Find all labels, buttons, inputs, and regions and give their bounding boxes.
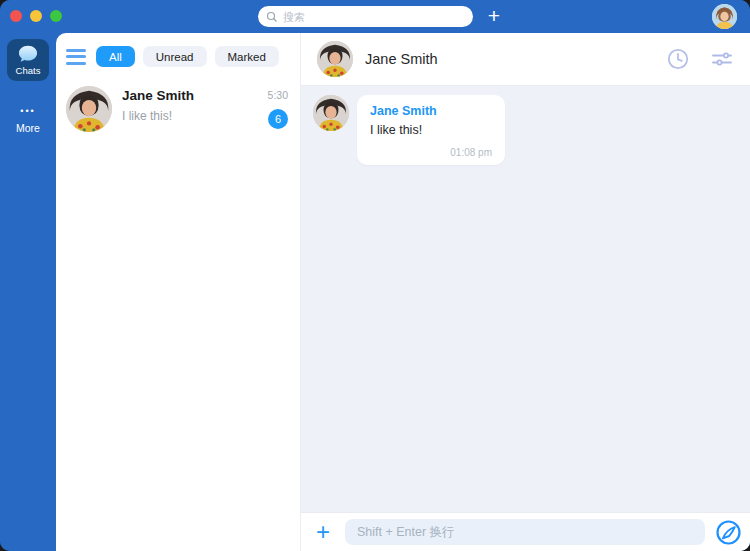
chat-bubble-icon	[17, 45, 39, 64]
message-sender: Jane Smith	[370, 104, 492, 118]
chat-settings-button[interactable]	[710, 47, 734, 71]
sidebar-item-label: More	[16, 122, 40, 134]
global-search[interactable]	[258, 6, 473, 27]
current-user-avatar[interactable]	[712, 4, 737, 29]
chat-list-toolbar: All Unread Marked	[56, 33, 300, 77]
history-button[interactable]	[666, 47, 690, 71]
new-chat-button[interactable]: +	[482, 2, 506, 30]
user-avatar-image	[712, 4, 737, 29]
sidebar-item-chats[interactable]: Chats	[7, 39, 49, 81]
search-icon	[266, 11, 278, 23]
last-message-time: 5:30	[268, 89, 288, 101]
title-bar: +	[0, 0, 750, 33]
search-input[interactable]	[283, 11, 465, 23]
unread-count-badge: 6	[268, 109, 288, 129]
contact-avatar	[66, 86, 112, 132]
message-composer: +	[301, 512, 750, 551]
sliders-icon	[710, 47, 734, 71]
nav-rail: Chats ••• More	[0, 33, 56, 551]
sidebar-item-label: Chats	[16, 65, 41, 76]
tab-unread[interactable]: Unread	[143, 46, 207, 67]
message-timestamp: 01:08 pm	[370, 147, 492, 158]
message-preview: I like this!	[122, 109, 268, 123]
message-input[interactable]	[345, 519, 705, 545]
sender-avatar[interactable]	[313, 95, 349, 131]
conversation-title: Jane Smith	[365, 51, 646, 67]
conversation-header: Jane Smith	[301, 33, 750, 86]
app-window: + Chats ••• More All Unread	[0, 0, 750, 551]
clock-icon	[666, 47, 690, 71]
chat-list-panel: All Unread Marked Jane Smith I like this…	[56, 33, 301, 551]
contact-avatar[interactable]	[317, 41, 353, 77]
attach-button[interactable]: +	[307, 516, 339, 548]
tab-marked[interactable]: Marked	[215, 46, 279, 67]
chat-item-content: Jane Smith I like this!	[122, 86, 268, 123]
message-text: I like this!	[370, 123, 492, 137]
send-icon	[715, 519, 742, 546]
zoom-window-button[interactable]	[50, 10, 62, 22]
conversation-panel: Jane Smith Jane Smith I like this! 0	[301, 33, 750, 551]
chat-item-meta: 5:30 6	[268, 86, 288, 129]
menu-icon[interactable]	[66, 49, 86, 65]
sidebar-item-more[interactable]: ••• More	[16, 107, 40, 134]
send-button[interactable]	[715, 519, 742, 546]
minimize-window-button[interactable]	[30, 10, 42, 22]
window-controls	[10, 10, 62, 22]
message-area: Jane Smith I like this! 01:08 pm	[301, 86, 750, 512]
message-bubble: Jane Smith I like this! 01:08 pm	[357, 95, 505, 165]
tab-all[interactable]: All	[96, 46, 135, 67]
more-dots-icon: •••	[20, 107, 35, 115]
contact-name: Jane Smith	[122, 88, 268, 103]
close-window-button[interactable]	[10, 10, 22, 22]
message-row: Jane Smith I like this! 01:08 pm	[313, 95, 738, 165]
chat-list-item[interactable]: Jane Smith I like this! 5:30 6	[56, 77, 300, 141]
